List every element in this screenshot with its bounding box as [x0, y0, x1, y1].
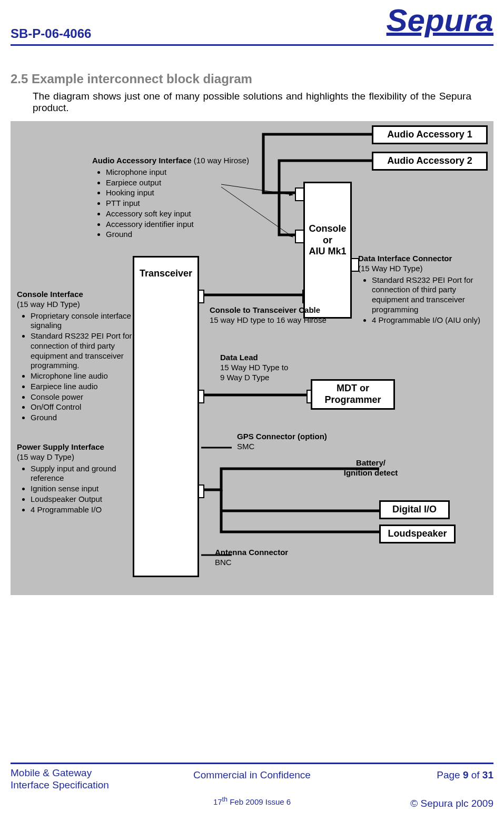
block-audio-accessory-1: Audio Accessory 1: [372, 125, 488, 144]
label-power-supply-interface: Power Supply Interface (15 way D Type) S…: [17, 442, 138, 515]
footer-page-number: Page 9 of 31: [437, 769, 493, 781]
label-console-transceiver-cable: Console to Transceiver Cable 15 way HD t…: [210, 305, 352, 325]
label-battery-ignition: Battery/ Ignition detect: [329, 458, 413, 478]
label-data-interface-connector: Data Interface Connector (15 Way HD Type…: [358, 254, 485, 325]
brand-logo: Sepura: [387, 2, 493, 38]
label-data-lead: Data Lead 15 Way HD Type to 9 Way D Type: [220, 353, 325, 382]
block-console-aiu: Console or AIU Mk1: [303, 182, 352, 319]
block-loudspeaker: Loudspeaker: [379, 525, 456, 543]
block-digital-io: Digital I/O: [379, 500, 450, 519]
block-mdt-programmer: MDT or Programmer: [311, 379, 395, 410]
label-audio-accessory-interface: Audio Accessory Interface (10 way Hirose…: [92, 156, 250, 240]
block-audio-accessory-2: Audio Accessory 2: [372, 152, 488, 171]
label-gps-connector: GPS Connector (option) SMC: [237, 432, 369, 452]
section-title: 2.5 Example interconnect block diagram: [11, 72, 252, 86]
footer-confidentiality: Commercial in Confidence: [11, 769, 493, 781]
document-number: SB-P-06-4066: [11, 9, 91, 44]
intro-text: The diagram shows just one of many possi…: [33, 91, 471, 114]
block-diagram: Audio Accessory 1 Audio Accessory 2 Cons…: [11, 121, 493, 595]
page-footer: Mobile & Gateway Interface Specification…: [11, 763, 493, 812]
label-antenna-connector: Antenna Connector BNC: [215, 548, 331, 568]
label-console-interface: Console Interface (15 way HD Type) Propr…: [17, 290, 154, 423]
footer-copyright: © Sepura plc 2009: [410, 798, 493, 809]
page-header: SB-P-06-4066 Sepura: [11, 9, 493, 46]
